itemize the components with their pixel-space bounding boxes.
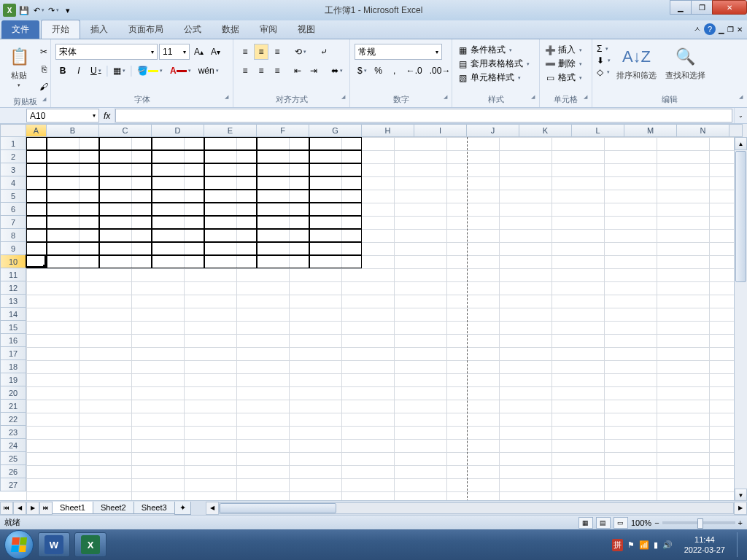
row-header[interactable]: 27: [0, 478, 26, 491]
border-button[interactable]: ▦: [110, 63, 128, 79]
zoom-slider[interactable]: [662, 521, 735, 524]
normal-view-button[interactable]: ▦: [578, 517, 593, 529]
row-header[interactable]: 20: [0, 386, 26, 400]
underline-button[interactable]: U: [88, 63, 104, 79]
format-painter-button[interactable]: 🖌: [36, 79, 51, 95]
decrease-decimal-button[interactable]: .00→: [427, 63, 454, 79]
file-tab[interactable]: 文件: [1, 20, 39, 39]
format-cells-button[interactable]: ▭格式: [544, 71, 582, 84]
row-header[interactable]: 2: [0, 150, 26, 163]
orientation-button[interactable]: ⟲: [292, 44, 309, 60]
column-header[interactable]: M: [624, 124, 677, 137]
close-button[interactable]: ✕: [712, 0, 747, 15]
column-header[interactable]: E: [204, 124, 257, 137]
font-name-input[interactable]: 宋体▾: [55, 44, 158, 60]
bold-button[interactable]: B: [55, 63, 70, 79]
row-header[interactable]: 18: [0, 360, 26, 373]
font-size-input[interactable]: 11▾: [159, 44, 190, 60]
shrink-font-button[interactable]: A▾: [208, 44, 223, 60]
tray-volume-icon[interactable]: 🔊: [662, 540, 673, 550]
delete-cells-button[interactable]: ➖删除: [544, 58, 582, 70]
sort-filter-button[interactable]: A↓Z 排序和筛选: [614, 44, 659, 82]
grow-font-button[interactable]: A▴: [191, 44, 206, 60]
taskbar-clock[interactable]: 11:44 2022-03-27: [678, 534, 731, 556]
align-middle-button[interactable]: ≡: [254, 44, 268, 60]
column-header[interactable]: B: [47, 124, 99, 137]
tab-data[interactable]: 数据: [212, 20, 249, 39]
scroll-up-button[interactable]: ▲: [735, 137, 747, 150]
scroll-right-button[interactable]: ▶: [734, 502, 747, 515]
fill-button[interactable]: ⬇: [597, 55, 611, 66]
row-header[interactable]: 17: [0, 347, 26, 360]
row-header[interactable]: 22: [0, 413, 26, 426]
workbook-restore-icon[interactable]: ❐: [727, 26, 734, 34]
tray-action-icon[interactable]: ⚑: [627, 540, 635, 550]
prev-sheet-button[interactable]: ◀: [13, 502, 26, 515]
column-header[interactable]: F: [257, 124, 309, 137]
tab-home[interactable]: 开始: [41, 20, 80, 39]
tab-insert[interactable]: 插入: [80, 20, 118, 39]
row-header[interactable]: 19: [0, 373, 26, 386]
scroll-left-button[interactable]: ◀: [206, 502, 219, 515]
sheet-tab-3[interactable]: Sheet3: [133, 502, 175, 514]
vertical-scrollbar[interactable]: ▲ ▼: [734, 137, 747, 502]
align-left-button[interactable]: ≡: [238, 63, 252, 79]
cells-area[interactable]: [26, 137, 734, 502]
column-header[interactable]: A: [26, 124, 47, 137]
tab-page-layout[interactable]: 页面布局: [118, 20, 174, 39]
ribbon-minimize-icon[interactable]: ㅅ: [694, 24, 701, 34]
row-header[interactable]: 12: [0, 281, 26, 295]
tab-formulas[interactable]: 公式: [174, 20, 212, 39]
row-header[interactable]: 7: [0, 216, 26, 229]
help-icon[interactable]: ?: [704, 23, 716, 35]
comma-button[interactable]: ,: [387, 63, 402, 79]
insert-cells-button[interactable]: ➕插入: [544, 44, 582, 56]
sheet-tab-1[interactable]: Sheet1: [52, 502, 93, 514]
task-word[interactable]: W: [38, 532, 70, 557]
wrap-text-button[interactable]: ⤶: [317, 44, 331, 60]
maximize-button[interactable]: ❐: [691, 0, 713, 15]
align-bottom-button[interactable]: ≡: [270, 44, 285, 60]
row-header[interactable]: 10: [0, 255, 26, 268]
conditional-format-button[interactable]: ▦条件格式: [457, 44, 512, 56]
align-right-button[interactable]: ≡: [270, 63, 285, 79]
merge-center-button[interactable]: ⬌: [328, 63, 346, 79]
column-header[interactable]: N: [677, 124, 729, 137]
autosum-button[interactable]: Σ: [597, 44, 611, 54]
row-header[interactable]: 1: [0, 137, 26, 150]
format-as-table-button[interactable]: ▤套用表格格式: [457, 58, 530, 70]
new-sheet-button[interactable]: ✦: [174, 502, 191, 515]
row-header[interactable]: 15: [0, 321, 26, 334]
row-header[interactable]: 16: [0, 334, 26, 347]
row-header[interactable]: 3: [0, 163, 26, 176]
row-header[interactable]: 4: [0, 176, 26, 190]
page-break-view-button[interactable]: ▭: [614, 517, 628, 529]
row-header[interactable]: 21: [0, 400, 26, 413]
decrease-indent-button[interactable]: ⇤: [290, 63, 305, 79]
column-header[interactable]: I: [414, 124, 467, 137]
formula-input[interactable]: [115, 109, 732, 122]
increase-indent-button[interactable]: ⇥: [306, 63, 321, 79]
expand-formula-bar-icon[interactable]: ⌄: [734, 108, 747, 123]
row-header[interactable]: 6: [0, 203, 26, 216]
row-header[interactable]: 11: [0, 268, 26, 281]
task-excel[interactable]: X: [74, 532, 107, 557]
undo-button[interactable]: ↶: [32, 4, 45, 17]
column-header[interactable]: L: [572, 124, 624, 137]
row-header[interactable]: 8: [0, 229, 26, 242]
align-top-button[interactable]: ≡: [238, 44, 252, 60]
sheet-tab-2[interactable]: Sheet2: [93, 502, 134, 514]
scroll-thumb-vertical[interactable]: [735, 151, 746, 282]
tray-network-icon[interactable]: 📶: [639, 540, 649, 550]
row-header[interactable]: 13: [0, 295, 26, 308]
italic-button[interactable]: I: [71, 63, 86, 79]
fx-icon[interactable]: fx: [104, 111, 110, 121]
tab-view[interactable]: 视图: [287, 20, 325, 39]
number-format-select[interactable]: 常规▾: [355, 44, 442, 60]
select-all-button[interactable]: [0, 124, 26, 137]
align-center-button[interactable]: ≡: [254, 63, 268, 79]
clear-button[interactable]: ◇: [597, 67, 611, 77]
row-header[interactable]: 25: [0, 452, 26, 465]
tray-signal-icon[interactable]: ▮: [654, 540, 658, 550]
font-color-button[interactable]: A: [167, 63, 194, 79]
